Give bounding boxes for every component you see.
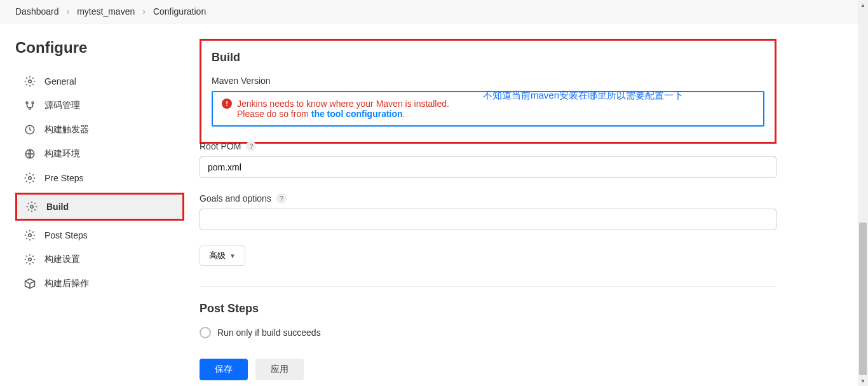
help-icon[interactable]: ?: [276, 193, 287, 203]
sidebar-item-label: 构建设置: [44, 254, 80, 265]
apply-button[interactable]: 应用: [255, 359, 304, 380]
breadcrumb-configuration[interactable]: Configuration: [153, 6, 206, 17]
svg-point-0: [29, 80, 32, 83]
root-pom-input[interactable]: [200, 156, 776, 178]
radio-label: Run only if build succeeds: [217, 327, 321, 338]
gear-icon: [24, 254, 36, 265]
main-content: Build Maven Version ! Jenkins needs to k…: [184, 24, 807, 386]
breadcrumb-dashboard[interactable]: Dashboard: [15, 6, 59, 17]
sidebar-item-label: 构建后操作: [44, 278, 89, 289]
error-icon: !: [222, 99, 232, 109]
clock-icon: [24, 124, 36, 135]
maven-version-label: Maven Version: [212, 76, 764, 86]
globe-icon: [24, 148, 36, 160]
user-annotation: 不知道当前maven安装在哪里所以需要配置一下: [483, 90, 683, 102]
tool-configuration-link[interactable]: the tool configuration: [311, 109, 403, 119]
svg-point-2: [32, 102, 34, 104]
sidebar-item-build[interactable]: Build: [17, 195, 182, 219]
sidebar: Configure General 源码管理 构建触发器 构建环境 Pre St…: [0, 24, 184, 386]
gear-icon: [24, 172, 36, 184]
svg-point-7: [31, 205, 34, 209]
chevron-right-icon: ›: [142, 6, 146, 17]
sidebar-item-scm[interactable]: 源码管理: [15, 93, 184, 118]
advanced-button[interactable]: 高级 ▼: [200, 245, 245, 266]
root-pom-label: Root POM: [200, 141, 241, 151]
scrollbar[interactable]: ▲ ▼: [858, 0, 868, 386]
sidebar-item-label: Build: [46, 202, 69, 212]
divider: [200, 286, 776, 287]
sidebar-item-env[interactable]: 构建环境: [15, 142, 184, 166]
section-title-build: Build: [212, 51, 764, 64]
sidebar-item-pre-steps[interactable]: Pre Steps: [15, 166, 184, 190]
breadcrumb-project[interactable]: mytest_maven: [77, 6, 135, 17]
svg-point-9: [29, 258, 32, 261]
svg-point-6: [29, 177, 32, 180]
chevron-right-icon: ›: [67, 6, 70, 17]
sidebar-item-post-steps[interactable]: Post Steps: [15, 223, 184, 247]
section-title-post-steps: Post Steps: [200, 302, 776, 315]
save-button[interactable]: 保存: [200, 359, 248, 380]
error-message-line2-prefix: Please do so from: [237, 109, 311, 119]
sidebar-item-post-build[interactable]: 构建后操作: [15, 272, 184, 296]
sidebar-item-label: General: [44, 76, 76, 86]
annotation-highlight-sidebar: Build: [15, 193, 184, 221]
radio-run-only-success[interactable]: [200, 327, 211, 338]
branch-icon: [24, 100, 36, 111]
sidebar-item-label: 构建触发器: [44, 124, 89, 135]
page-title: Configure: [15, 39, 184, 57]
chevron-down-icon: ▼: [229, 252, 236, 259]
gear-icon: [24, 230, 36, 241]
sidebar-item-triggers[interactable]: 构建触发器: [15, 118, 184, 142]
goals-label: Goals and options: [200, 193, 271, 203]
sidebar-item-build-settings[interactable]: 构建设置: [15, 247, 184, 272]
scroll-down-arrow[interactable]: ▼: [858, 376, 868, 386]
package-icon: [24, 278, 36, 289]
gear-icon: [26, 201, 37, 212]
help-icon[interactable]: ?: [246, 141, 256, 151]
svg-point-8: [29, 234, 32, 237]
sidebar-item-label: 源码管理: [44, 100, 80, 111]
scroll-thumb[interactable]: [859, 223, 867, 375]
svg-point-1: [26, 102, 28, 104]
gear-icon: [24, 76, 36, 87]
scroll-up-arrow[interactable]: ▲: [858, 0, 868, 10]
breadcrumb: Dashboard › mytest_maven › Configuration: [0, 0, 868, 24]
goals-input[interactable]: [200, 209, 776, 230]
sidebar-item-general[interactable]: General: [15, 69, 184, 93]
sidebar-item-label: 构建环境: [44, 148, 80, 160]
sidebar-item-label: Post Steps: [44, 230, 88, 240]
sidebar-item-label: Pre Steps: [44, 173, 83, 183]
error-message-line1: Jenkins needs to know where your Maven i…: [237, 99, 449, 109]
advanced-label: 高级: [209, 250, 226, 261]
